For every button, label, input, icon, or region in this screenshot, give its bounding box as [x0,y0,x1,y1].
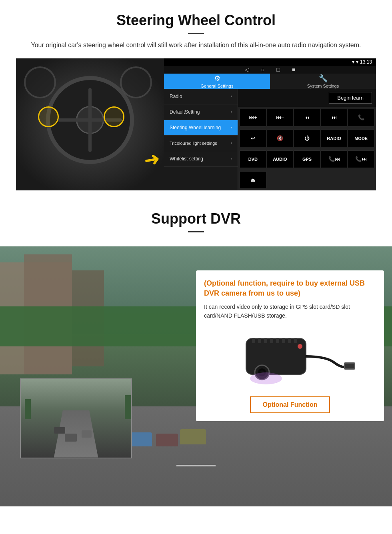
settings-tabs: ⚙ General Settings 🔧 System Settings [164,74,376,89]
menu-steering-label: Steering Wheel learning [170,125,221,130]
chevron-icon: › [231,125,232,130]
ctrl-audio[interactable]: AUDIO [267,150,294,168]
status-bar: ▾ ▾ 13:13 [164,58,376,66]
svg-rect-1 [252,338,255,343]
android-panel: ▾ ▾ 13:13 ◁ ○ □ ■ ⚙ General Settings 🔧 [164,58,376,190]
svg-point-12 [298,344,302,349]
settings-content: Radio › DefaultSetting › Steering Wheel … [164,89,376,190]
svg-rect-4 [270,338,273,343]
highlight-circle-left [38,106,59,127]
tab-general-settings[interactable]: ⚙ General Settings [164,74,270,89]
tab-system-label: System Settings [307,84,339,88]
svg-point-15 [250,372,282,384]
menu-radio-label: Radio [170,94,182,99]
ctrl-power[interactable]: ⏻ [294,130,320,147]
menu-item-tricoloured[interactable]: Tricoloured light settings › [164,136,238,151]
home-nav-btn[interactable]: ○ [261,66,264,73]
tab-system-settings[interactable]: 🔧 System Settings [270,74,376,89]
steering-section: Steering Wheel Control Your original car… [0,0,392,198]
section-divider [188,33,204,34]
steering-wheel-image: ➜ [16,58,164,190]
dvr-card: (Optional function, require to buy exter… [196,270,384,421]
begin-learn-row: Begin learn [238,89,376,107]
dvr-title-area: Support DVR [0,198,392,246]
steering-subtitle: Your original car's steering wheel contr… [24,40,368,50]
ctrl-call[interactable]: 📞 [348,109,374,126]
chevron-icon: › [231,141,232,145]
control-grid-row1: ⏮+ ⏮– ⏮ ⏭ 📞 [238,107,376,128]
dvr-title: Support DVR [16,210,376,227]
svg-rect-3 [264,338,267,343]
svg-rect-5 [276,338,279,343]
tab-general-label: General Settings [201,84,234,88]
ctrl-mode[interactable]: MODE [348,130,374,147]
steering-demo: ➜ ▾ ▾ 13:13 ◁ ○ □ ■ [16,58,376,190]
signal-icon: ▾ [356,59,358,65]
control-grid-row3: DVD AUDIO GPS 📞⏮ 📞⏭ [238,149,376,170]
ctrl-radio[interactable]: RADIO [321,130,348,147]
dvr-camera-svg [222,330,358,386]
dvr-preview [20,378,132,458]
menu-whitelist-label: Whitelist setting [170,156,203,162]
chevron-icon: › [231,94,232,98]
optional-function-button[interactable]: Optional Function [250,396,330,413]
steering-title: Steering Wheel Control [16,12,376,29]
steering-photo: ➜ [16,58,164,190]
recents-nav-btn[interactable]: □ [276,66,280,73]
steering-control-panel: Begin learn ⏮+ ⏮– ⏮ ⏭ 📞 ↩ 🔇 ⏻ [238,89,376,190]
menu-nav-btn[interactable]: ■ [292,66,295,73]
menu-item-radio[interactable]: Radio › [164,89,238,104]
chevron-icon: › [231,156,232,161]
menu-item-whitelist[interactable]: Whitelist setting › [164,151,238,167]
ctrl-prev[interactable]: ⏮ [294,109,320,126]
svg-rect-14 [345,364,354,368]
svg-rect-7 [288,338,291,343]
begin-learn-button[interactable]: Begin learn [329,92,372,104]
ctrl-vol-down[interactable]: ⏮– [267,109,294,126]
dvr-divider [188,231,204,232]
dvr-card-heading: (Optional function, require to buy exter… [204,278,376,298]
ctrl-eject[interactable]: ⏏ [240,171,266,189]
settings-menu: Radio › DefaultSetting › Steering Wheel … [164,89,238,190]
svg-rect-8 [294,338,297,343]
ctrl-mute[interactable]: 🔇 [267,130,294,147]
ctrl-call-prev[interactable]: 📞⏮ [321,150,348,168]
nav-bar: ◁ ○ □ ■ [164,66,376,74]
dvr-card-description: It can record video only to storage in G… [204,302,376,320]
menu-default-label: DefaultSetting [170,109,200,115]
ctrl-next[interactable]: ⏭ [321,109,348,126]
highlight-circle-right [104,106,124,127]
ctrl-dvd[interactable]: DVD [240,150,266,168]
menu-tricoloured-label: Tricoloured light settings [170,140,217,146]
svg-rect-2 [258,338,261,343]
control-grid-row2: ↩ 🔇 ⏻ RADIO MODE [238,128,376,149]
control-grid-row4: ⏏ [238,170,376,190]
gear-icon: ⚙ [214,74,220,83]
dvr-section: Support DVR [0,198,392,506]
arrow-icon: ➜ [142,147,162,172]
status-icons: ▾ ▾ 13:13 [352,59,372,65]
ctrl-gps[interactable]: GPS [294,150,320,168]
system-icon: 🔧 [319,74,328,83]
svg-rect-6 [282,338,285,343]
dvr-preview-inner [21,379,131,458]
menu-item-default[interactable]: DefaultSetting › [164,104,238,120]
wifi-icon: ▾ [352,59,354,65]
ctrl-call-next[interactable]: 📞⏭ [348,150,374,168]
ctrl-vol-up[interactable]: ⏮+ [240,109,266,126]
back-nav-btn[interactable]: ◁ [245,66,249,73]
status-time: 13:13 [360,59,372,65]
dvr-background: (Optional function, require to buy exter… [0,246,392,506]
ctrl-hangup[interactable]: ↩ [240,130,266,147]
chevron-icon: › [231,110,232,114]
menu-item-steering[interactable]: Steering Wheel learning › [164,120,238,136]
dvr-camera-image [204,326,376,390]
